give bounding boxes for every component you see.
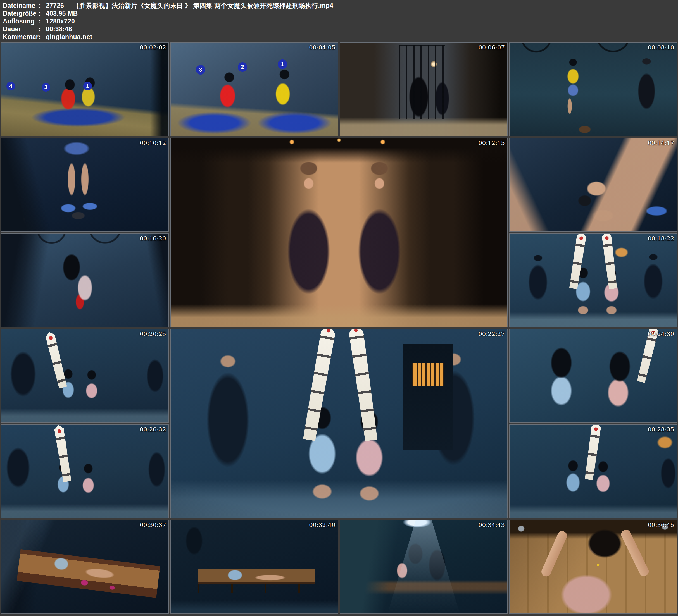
timestamp-overlay: 00:34:43	[478, 522, 504, 528]
thumbnail-4: 00:08:10	[509, 42, 677, 136]
thumbnail-8: 00:16:20	[1, 233, 169, 327]
timestamp-overlay: 00:10:12	[140, 140, 166, 146]
cell-bars	[399, 45, 446, 119]
comment-label: Kommentar	[3, 33, 39, 41]
number-badge: 1	[278, 60, 287, 69]
scene-image	[1, 234, 168, 327]
scene-image	[510, 520, 677, 614]
separator: :	[39, 9, 46, 17]
scene-image	[171, 329, 507, 518]
duration-value: 00:38:48	[46, 26, 72, 33]
scene-image	[171, 520, 338, 614]
thumbnail-2: 3 2 1 00:04:05	[171, 42, 338, 136]
timestamp-overlay: 00:12:15	[478, 140, 504, 146]
number-badge: 3	[196, 65, 205, 75]
file-size-value: 403.95 MB	[46, 10, 78, 17]
timestamp-overlay: 00:16:20	[140, 235, 166, 242]
file-name-label: Dateiname	[3, 2, 39, 9]
scene-image	[1, 138, 168, 231]
thumbnail-14: 00:28:35	[509, 424, 677, 518]
thumbnail-6-large: 00:12:15	[171, 138, 507, 327]
thumbnail-10: 00:20:25	[1, 329, 169, 423]
thumbnail-16: 00:32:40	[171, 520, 338, 614]
separator: :	[39, 17, 46, 25]
file-size-row: Dateigröße:403.95 MB	[3, 9, 675, 17]
file-size-label: Dateigröße	[3, 9, 39, 17]
timestamp-overlay: 00:28:35	[648, 426, 674, 433]
number-badge: 2	[238, 62, 247, 72]
scene-image	[510, 234, 677, 327]
separator: :	[39, 25, 46, 33]
timestamp-overlay: 00:22:27	[478, 331, 504, 337]
thumbnail-12: 00:24:30	[509, 329, 677, 423]
timestamp-overlay: 00:08:10	[648, 44, 674, 51]
timestamp-overlay: 00:26:32	[140, 426, 166, 433]
resolution-value: 1280x720	[46, 17, 75, 25]
scene-image	[510, 43, 677, 136]
thumbnail-18: 00:36:45	[509, 520, 677, 614]
timestamp-overlay: 00:30:37	[140, 522, 166, 528]
duration-row: Dauer:00:38:48	[3, 25, 675, 33]
timestamp-overlay: 00:14:17	[648, 140, 674, 146]
thumbnail-5: 00:10:12	[1, 138, 169, 232]
timestamp-overlay: 00:04:05	[309, 44, 335, 51]
timestamp-overlay: 00:18:22	[648, 235, 674, 242]
resolution-row: Auflösung:1280x720	[3, 17, 675, 25]
barred-window	[412, 363, 445, 386]
scene-image	[171, 43, 338, 136]
thumbnail-1: 4 3 1 00:02:02	[1, 42, 169, 136]
timestamp-overlay: 00:02:02	[140, 44, 166, 51]
thumbnail-grid: 4 3 1 00:02:02 3 2 1 00:04:05 00:06:07 0…	[1, 42, 677, 614]
separator: :	[39, 33, 46, 41]
timestamp-overlay: 00:36:45	[648, 522, 674, 528]
cell-door	[403, 344, 453, 450]
thumbnail-13: 00:26:32	[1, 424, 169, 518]
file-name-row: Dateiname:27726----【胜景影视】法治新片《女魔头的末日 》 第…	[3, 2, 675, 9]
duration-label: Dauer	[3, 25, 39, 33]
comment-row: Kommentar:qinglanhua.net	[3, 33, 675, 41]
file-name-value: 27726----【胜景影视】法治新片《女魔头的末日 》 第四集 两个女魔头被砸…	[46, 2, 333, 9]
thumbnail-7: 00:14:17	[509, 138, 677, 232]
wooden-bench	[197, 569, 314, 593]
comment-value: qinglanhua.net	[46, 33, 92, 40]
scene-image	[1, 425, 168, 518]
resolution-label: Auflösung	[3, 17, 39, 25]
number-badge: 4	[6, 82, 15, 90]
timestamp-overlay: 00:06:07	[478, 44, 504, 51]
timestamp-overlay: 00:24:30	[648, 331, 674, 337]
separator: :	[39, 2, 46, 9]
thumbnail-3: 00:06:07	[340, 42, 507, 136]
scene-image	[510, 138, 677, 231]
file-info-header: Dateiname:27726----【胜景影视】法治新片《女魔头的末日 》 第…	[0, 0, 678, 42]
thumbnail-15: 00:30:37	[1, 520, 169, 614]
thumbnail-9: 00:18:22	[509, 233, 677, 327]
thumbnail-11-large: 00:22:27	[171, 329, 507, 518]
timestamp-overlay: 00:32:40	[309, 522, 335, 528]
number-badge: 3	[42, 83, 50, 91]
scene-image	[171, 138, 507, 327]
timestamp-overlay: 00:20:25	[140, 331, 166, 337]
thumbnail-17: 00:34:43	[340, 520, 507, 614]
scene-image	[1, 329, 168, 422]
